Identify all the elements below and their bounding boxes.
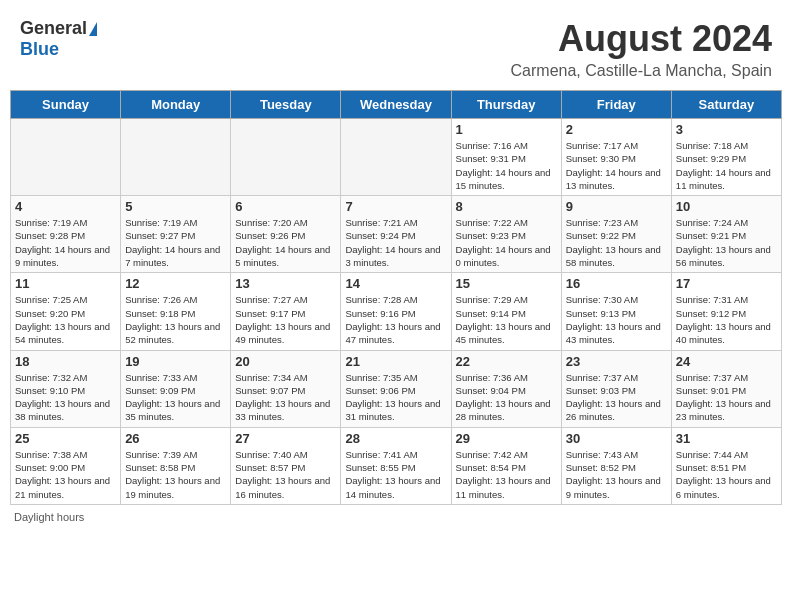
day-number: 25 bbox=[15, 431, 116, 446]
day-info: Sunrise: 7:35 AM Sunset: 9:06 PM Dayligh… bbox=[345, 371, 446, 424]
day-number: 3 bbox=[676, 122, 777, 137]
day-number: 10 bbox=[676, 199, 777, 214]
calendar-week-row: 1Sunrise: 7:16 AM Sunset: 9:31 PM Daylig… bbox=[11, 119, 782, 196]
day-info: Sunrise: 7:20 AM Sunset: 9:26 PM Dayligh… bbox=[235, 216, 336, 269]
calendar-cell: 25Sunrise: 7:38 AM Sunset: 9:00 PM Dayli… bbox=[11, 427, 121, 504]
calendar-cell: 27Sunrise: 7:40 AM Sunset: 8:57 PM Dayli… bbox=[231, 427, 341, 504]
calendar-cell bbox=[11, 119, 121, 196]
day-info: Sunrise: 7:33 AM Sunset: 9:09 PM Dayligh… bbox=[125, 371, 226, 424]
day-number: 28 bbox=[345, 431, 446, 446]
calendar-week-row: 11Sunrise: 7:25 AM Sunset: 9:20 PM Dayli… bbox=[11, 273, 782, 350]
calendar-cell: 7Sunrise: 7:21 AM Sunset: 9:24 PM Daylig… bbox=[341, 196, 451, 273]
day-number: 20 bbox=[235, 354, 336, 369]
calendar-week-row: 18Sunrise: 7:32 AM Sunset: 9:10 PM Dayli… bbox=[11, 350, 782, 427]
day-info: Sunrise: 7:19 AM Sunset: 9:28 PM Dayligh… bbox=[15, 216, 116, 269]
day-info: Sunrise: 7:23 AM Sunset: 9:22 PM Dayligh… bbox=[566, 216, 667, 269]
day-info: Sunrise: 7:44 AM Sunset: 8:51 PM Dayligh… bbox=[676, 448, 777, 501]
logo-triangle-icon bbox=[89, 22, 97, 36]
calendar-cell: 24Sunrise: 7:37 AM Sunset: 9:01 PM Dayli… bbox=[671, 350, 781, 427]
calendar-cell bbox=[231, 119, 341, 196]
calendar-cell: 9Sunrise: 7:23 AM Sunset: 9:22 PM Daylig… bbox=[561, 196, 671, 273]
day-info: Sunrise: 7:31 AM Sunset: 9:12 PM Dayligh… bbox=[676, 293, 777, 346]
day-number: 7 bbox=[345, 199, 446, 214]
calendar-cell: 17Sunrise: 7:31 AM Sunset: 9:12 PM Dayli… bbox=[671, 273, 781, 350]
day-number: 30 bbox=[566, 431, 667, 446]
day-number: 9 bbox=[566, 199, 667, 214]
calendar-cell: 19Sunrise: 7:33 AM Sunset: 9:09 PM Dayli… bbox=[121, 350, 231, 427]
day-number: 31 bbox=[676, 431, 777, 446]
header: General Blue August 2024 Carmena, Castil… bbox=[10, 10, 782, 84]
calendar-cell: 28Sunrise: 7:41 AM Sunset: 8:55 PM Dayli… bbox=[341, 427, 451, 504]
calendar-cell: 3Sunrise: 7:18 AM Sunset: 9:29 PM Daylig… bbox=[671, 119, 781, 196]
calendar-cell: 20Sunrise: 7:34 AM Sunset: 9:07 PM Dayli… bbox=[231, 350, 341, 427]
logo-general-text: General bbox=[20, 18, 87, 39]
day-info: Sunrise: 7:24 AM Sunset: 9:21 PM Dayligh… bbox=[676, 216, 777, 269]
calendar-cell: 14Sunrise: 7:28 AM Sunset: 9:16 PM Dayli… bbox=[341, 273, 451, 350]
day-number: 26 bbox=[125, 431, 226, 446]
month-year-title: August 2024 bbox=[511, 18, 772, 60]
day-number: 23 bbox=[566, 354, 667, 369]
day-info: Sunrise: 7:36 AM Sunset: 9:04 PM Dayligh… bbox=[456, 371, 557, 424]
calendar-cell: 12Sunrise: 7:26 AM Sunset: 9:18 PM Dayli… bbox=[121, 273, 231, 350]
calendar-cell: 5Sunrise: 7:19 AM Sunset: 9:27 PM Daylig… bbox=[121, 196, 231, 273]
calendar-cell: 21Sunrise: 7:35 AM Sunset: 9:06 PM Dayli… bbox=[341, 350, 451, 427]
day-info: Sunrise: 7:39 AM Sunset: 8:58 PM Dayligh… bbox=[125, 448, 226, 501]
day-info: Sunrise: 7:25 AM Sunset: 9:20 PM Dayligh… bbox=[15, 293, 116, 346]
calendar-cell: 2Sunrise: 7:17 AM Sunset: 9:30 PM Daylig… bbox=[561, 119, 671, 196]
calendar-cell: 23Sunrise: 7:37 AM Sunset: 9:03 PM Dayli… bbox=[561, 350, 671, 427]
calendar-cell bbox=[121, 119, 231, 196]
calendar-day-header: Sunday bbox=[11, 91, 121, 119]
day-info: Sunrise: 7:38 AM Sunset: 9:00 PM Dayligh… bbox=[15, 448, 116, 501]
day-number: 16 bbox=[566, 276, 667, 291]
day-info: Sunrise: 7:34 AM Sunset: 9:07 PM Dayligh… bbox=[235, 371, 336, 424]
day-info: Sunrise: 7:19 AM Sunset: 9:27 PM Dayligh… bbox=[125, 216, 226, 269]
calendar-day-header: Monday bbox=[121, 91, 231, 119]
day-info: Sunrise: 7:37 AM Sunset: 9:01 PM Dayligh… bbox=[676, 371, 777, 424]
calendar-cell: 30Sunrise: 7:43 AM Sunset: 8:52 PM Dayli… bbox=[561, 427, 671, 504]
day-number: 29 bbox=[456, 431, 557, 446]
day-info: Sunrise: 7:29 AM Sunset: 9:14 PM Dayligh… bbox=[456, 293, 557, 346]
day-info: Sunrise: 7:42 AM Sunset: 8:54 PM Dayligh… bbox=[456, 448, 557, 501]
calendar-day-header: Tuesday bbox=[231, 91, 341, 119]
day-number: 4 bbox=[15, 199, 116, 214]
calendar-week-row: 25Sunrise: 7:38 AM Sunset: 9:00 PM Dayli… bbox=[11, 427, 782, 504]
day-info: Sunrise: 7:17 AM Sunset: 9:30 PM Dayligh… bbox=[566, 139, 667, 192]
calendar-cell bbox=[341, 119, 451, 196]
day-number: 8 bbox=[456, 199, 557, 214]
logo-blue-text: Blue bbox=[20, 39, 59, 60]
day-number: 27 bbox=[235, 431, 336, 446]
calendar-header-row: SundayMondayTuesdayWednesdayThursdayFrid… bbox=[11, 91, 782, 119]
calendar-day-header: Saturday bbox=[671, 91, 781, 119]
day-number: 14 bbox=[345, 276, 446, 291]
day-info: Sunrise: 7:32 AM Sunset: 9:10 PM Dayligh… bbox=[15, 371, 116, 424]
day-info: Sunrise: 7:40 AM Sunset: 8:57 PM Dayligh… bbox=[235, 448, 336, 501]
calendar-cell: 11Sunrise: 7:25 AM Sunset: 9:20 PM Dayli… bbox=[11, 273, 121, 350]
day-info: Sunrise: 7:27 AM Sunset: 9:17 PM Dayligh… bbox=[235, 293, 336, 346]
day-number: 5 bbox=[125, 199, 226, 214]
day-info: Sunrise: 7:16 AM Sunset: 9:31 PM Dayligh… bbox=[456, 139, 557, 192]
day-info: Sunrise: 7:21 AM Sunset: 9:24 PM Dayligh… bbox=[345, 216, 446, 269]
calendar-cell: 13Sunrise: 7:27 AM Sunset: 9:17 PM Dayli… bbox=[231, 273, 341, 350]
day-number: 21 bbox=[345, 354, 446, 369]
day-info: Sunrise: 7:22 AM Sunset: 9:23 PM Dayligh… bbox=[456, 216, 557, 269]
day-info: Sunrise: 7:26 AM Sunset: 9:18 PM Dayligh… bbox=[125, 293, 226, 346]
day-info: Sunrise: 7:43 AM Sunset: 8:52 PM Dayligh… bbox=[566, 448, 667, 501]
day-number: 15 bbox=[456, 276, 557, 291]
calendar-cell: 31Sunrise: 7:44 AM Sunset: 8:51 PM Dayli… bbox=[671, 427, 781, 504]
day-info: Sunrise: 7:30 AM Sunset: 9:13 PM Dayligh… bbox=[566, 293, 667, 346]
day-info: Sunrise: 7:28 AM Sunset: 9:16 PM Dayligh… bbox=[345, 293, 446, 346]
calendar-day-header: Wednesday bbox=[341, 91, 451, 119]
footer-note: Daylight hours bbox=[10, 511, 782, 523]
logo: General Blue bbox=[20, 18, 97, 60]
day-number: 24 bbox=[676, 354, 777, 369]
calendar-cell: 6Sunrise: 7:20 AM Sunset: 9:26 PM Daylig… bbox=[231, 196, 341, 273]
day-info: Sunrise: 7:41 AM Sunset: 8:55 PM Dayligh… bbox=[345, 448, 446, 501]
day-number: 19 bbox=[125, 354, 226, 369]
day-number: 1 bbox=[456, 122, 557, 137]
day-number: 18 bbox=[15, 354, 116, 369]
calendar-day-header: Friday bbox=[561, 91, 671, 119]
day-number: 22 bbox=[456, 354, 557, 369]
calendar-cell: 26Sunrise: 7:39 AM Sunset: 8:58 PM Dayli… bbox=[121, 427, 231, 504]
calendar-table: SundayMondayTuesdayWednesdayThursdayFrid… bbox=[10, 90, 782, 505]
calendar-cell: 16Sunrise: 7:30 AM Sunset: 9:13 PM Dayli… bbox=[561, 273, 671, 350]
